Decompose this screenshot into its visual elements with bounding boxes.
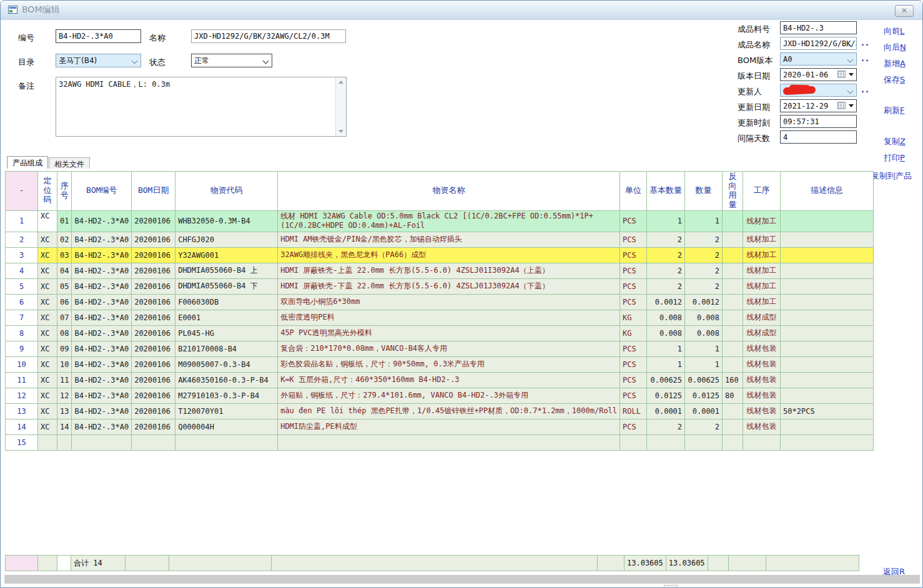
grid-cell[interactable]: XC	[38, 388, 57, 403]
grid-cell[interactable]	[781, 356, 874, 372]
grid-cell[interactable]: 04	[57, 263, 72, 278]
grid-cell[interactable]	[781, 278, 874, 294]
grid-cell[interactable]: 14	[57, 419, 72, 434]
grid-cell[interactable]: XC	[38, 278, 57, 294]
grid-cell[interactable]: B4-HD2-.3*A0	[72, 278, 132, 294]
grid-cell[interactable]	[723, 278, 743, 294]
bom-version-combobox[interactable]: A0	[780, 52, 857, 66]
grid-cell[interactable]: 线材包装	[743, 419, 781, 434]
table-row[interactable]: 12XC12B4-HD2-.3*A020200106M27910103-0.3-…	[6, 388, 874, 403]
column-header[interactable]: 物资名称	[278, 172, 620, 211]
updater-combobox[interactable]	[780, 84, 857, 97]
column-header[interactable]: 工序	[743, 172, 781, 211]
grid-cell[interactable]	[723, 310, 743, 325]
grid-cell[interactable]: B4-HD2-.3*A0	[72, 247, 132, 263]
grid-cell[interactable]: 20200106	[132, 294, 175, 310]
update-time-input[interactable]: 09:57:31	[780, 115, 857, 128]
grid-cell[interactable]: 20200106	[132, 232, 175, 247]
column-header[interactable]: BOM编号	[72, 172, 132, 211]
grid-cell[interactable]: 1	[647, 356, 685, 372]
grid-cell[interactable]	[132, 434, 175, 450]
grid-cell[interactable]: E0001	[175, 310, 278, 325]
table-row[interactable]: 11XC11B4-HD2-.3*A020200106AK460350160-0.…	[6, 372, 874, 388]
grid-cell[interactable]: 复合袋：210*170*0.08mm，VANCO-B4客人专用	[278, 341, 620, 356]
grid-cell[interactable]: 线材加工	[743, 247, 781, 263]
grid-cell[interactable]: 0.0125	[647, 388, 685, 403]
catalog-combobox[interactable]: 圣马丁(B4)	[56, 54, 141, 67]
grid-cell[interactable]	[723, 434, 743, 450]
grid-cell[interactable]: 线材加工	[743, 278, 781, 294]
grid-cell[interactable]: 2	[647, 278, 685, 294]
grid-cell[interactable]	[743, 434, 781, 450]
grid-cell[interactable]: K=K 五层外箱,尺寸：460*350*160mm B4-HD2-.3	[278, 372, 620, 388]
grid-cell[interactable]: 1	[685, 356, 723, 372]
grid-cell[interactable]: 0.008	[685, 310, 723, 325]
grid-cell[interactable]: PCS	[620, 247, 647, 263]
grid-cell[interactable]: 双面导电小铜箔6*30mm	[278, 294, 620, 310]
grid-cell[interactable]	[685, 434, 723, 450]
row-number-cell[interactable]: 5	[6, 278, 38, 294]
grid-cell[interactable]: T120070Y01	[175, 403, 278, 419]
chevron-down-icon[interactable]	[263, 58, 269, 64]
grid-cell[interactable]: 2	[647, 263, 685, 278]
product-name-combobox[interactable]: JXD-HD1292/G/BK/3	[780, 37, 857, 50]
grid-cell[interactable]	[278, 434, 620, 450]
grid-cell[interactable]: XC	[38, 341, 57, 356]
grid-cell[interactable]: B4-HD2-.3*A0	[72, 210, 132, 232]
row-number-cell[interactable]: 9	[6, 341, 38, 356]
grid-cell[interactable]: 2	[685, 278, 723, 294]
grid-cell[interactable]: 08	[57, 325, 72, 341]
grid-cell[interactable]: 20200106	[132, 356, 175, 372]
calendar-icon[interactable]	[837, 71, 846, 78]
grid-cell[interactable]: 0.0125	[685, 388, 723, 403]
grid-cell[interactable]: B4-HD2-.3*A0	[72, 294, 132, 310]
row-number-cell[interactable]: 13	[6, 403, 38, 419]
copy-to-product-link[interactable]: 复制到产品	[871, 170, 912, 182]
grid-cell[interactable]: 11	[57, 372, 72, 388]
grid-cell[interactable]: 线材成型	[743, 310, 781, 325]
grid-cell[interactable]: KG	[620, 325, 647, 341]
grid-cell[interactable]: 20200106	[132, 310, 175, 325]
table-row[interactable]: 2XC02B4-HD2-.3*A020200106CHFGJ020HDMI AM…	[6, 232, 874, 247]
grid-cell[interactable]: PCS	[620, 210, 647, 232]
grid-cell[interactable]: CHFGJ020	[175, 232, 278, 247]
table-row[interactable]: 5XC05B4-HD2-.3*A020200106DHDMIA055060-B4…	[6, 278, 874, 294]
grid-cell[interactable]: 0.0001	[685, 403, 723, 419]
grid-cell[interactable]: B4-HD2-.3*A0	[72, 388, 132, 403]
grid-cell[interactable]	[781, 263, 874, 278]
grid-cell[interactable]: PCS	[620, 341, 647, 356]
grid-cell[interactable]: PCS	[620, 232, 647, 247]
status-combobox[interactable]: 正常	[191, 54, 272, 67]
column-header[interactable]: 反向 用量	[723, 172, 743, 211]
grid-cell[interactable]: màu đen PE lõi thép 黑色PE扎带，1/0.45镀锌铁丝+PP…	[278, 403, 620, 419]
table-row[interactable]: 3XC03B4-HD2-.3*A020200106Y32AWG00132AWG顺…	[6, 247, 874, 263]
grid-cell[interactable]: 线材包装	[743, 356, 781, 372]
remark-scrollbar[interactable]	[335, 77, 346, 136]
grid-cell[interactable]: HDMI AM铁壳镀金/PIN金/黑色胶芯，加锡自动焊插头	[278, 232, 620, 247]
grid-cell[interactable]: B4-HD2-.3*A0	[72, 372, 132, 388]
grid-cell[interactable]: 线材包装	[743, 341, 781, 356]
product-name-more-button[interactable]: ..	[861, 38, 870, 47]
calendar-icon[interactable]	[837, 102, 846, 109]
grid-cell[interactable]: HDMI防尘盖,PE料成型	[278, 419, 620, 434]
grid-cell[interactable]: PCS	[620, 294, 647, 310]
grid-cell[interactable]	[38, 434, 57, 450]
grid-cell[interactable]	[723, 232, 743, 247]
updater-more-button[interactable]: ..	[861, 85, 870, 94]
grid-cell[interactable]: HDMI 屏蔽铁壳-下盖 22.0mm 长方形(5.5-6.0) 4ZSLJ01…	[278, 278, 620, 294]
grid-cell[interactable]: 10	[57, 356, 72, 372]
grid-cell[interactable]: B4-HD2-.3*A0	[72, 263, 132, 278]
grid-cell[interactable]: 20200106	[132, 263, 175, 278]
grid-cell[interactable]: XC	[38, 356, 57, 372]
horizontal-scrollbar[interactable]	[4, 575, 920, 584]
title-bar[interactable]: BOM编辑 ✕	[1, 1, 922, 20]
grid-cell[interactable]: 2	[685, 247, 723, 263]
grid-cell[interactable]: 线材加工	[743, 263, 781, 278]
column-header[interactable]: 描述信息	[781, 172, 874, 211]
grid-cell[interactable]: 20200106	[132, 388, 175, 403]
table-row[interactable]: 9XC09B4-HD2-.3*A020200106B210170008-B4复合…	[6, 341, 874, 356]
grid-cell[interactable]	[723, 294, 743, 310]
grid-cell[interactable]: 20200106	[132, 210, 175, 232]
grid-cell[interactable]: ROLL	[620, 403, 647, 419]
grid-cell[interactable]: 80	[723, 388, 743, 403]
